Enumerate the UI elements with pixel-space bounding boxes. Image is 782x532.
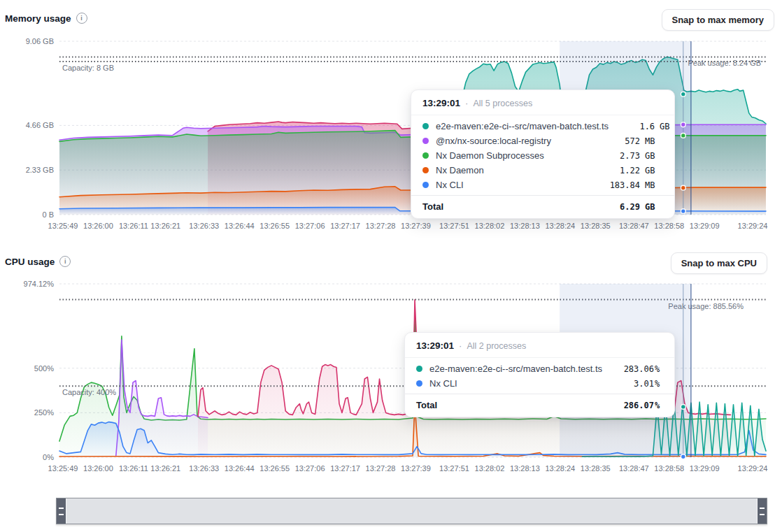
- process-name: Nx CLI: [436, 180, 604, 190]
- svg-text:Peak usage: 8.24 GB: Peak usage: 8.24 GB: [688, 59, 761, 67]
- tooltip-subtitle: All 2 processes: [467, 341, 526, 351]
- y-tick-label: 974.12%: [24, 280, 54, 288]
- series-color-dot: [422, 167, 429, 173]
- x-tick-label: 13:26:11: [119, 464, 148, 473]
- x-tick-label: 13:26:44: [225, 464, 255, 473]
- x-tick-label: 13:27:28: [366, 222, 396, 230]
- y-tick-label: 250%: [34, 408, 54, 417]
- process-name: e2e-maven:e2e-ci--src/maven-batch.test.t…: [429, 364, 618, 374]
- series-color-dot: [422, 152, 429, 159]
- total-value-unit: GB: [645, 202, 663, 212]
- snap-to-max-cpu-button[interactable]: Snap to max CPU: [671, 252, 767, 274]
- process-value-unit: MB: [645, 136, 663, 146]
- x-tick-label: 13:28:24: [545, 464, 575, 473]
- info-icon[interactable]: [76, 13, 87, 24]
- timeline-brush[interactable]: [56, 498, 767, 524]
- x-tick-label: 13:27:39: [401, 222, 431, 230]
- svg-text:Capacity: 8 GB: Capacity: 8 GB: [62, 64, 114, 72]
- x-tick-label: 13:29:09: [690, 464, 720, 473]
- x-tick-label: 13:27:17: [330, 222, 360, 230]
- memory-tooltip: 13:29:01 · All 5 processes e2e-maven:e2e…: [411, 89, 675, 219]
- brush-left-handle[interactable]: [57, 498, 66, 524]
- x-tick-label: 13:26:33: [189, 464, 219, 473]
- process-name: Nx Daemon Subprocesses: [436, 150, 604, 161]
- process-value: 572: [604, 136, 640, 146]
- process-profiler-view: Memory usage Snap to max memory 9.06 GB4…: [0, 0, 782, 532]
- cpu-y-axis: 974.12%500%250%0%: [2, 284, 54, 457]
- process-name: Nx CLI: [429, 378, 618, 389]
- x-tick-label: 13:27:51: [439, 222, 469, 230]
- process-name: Nx Daemon: [436, 165, 604, 175]
- x-tick-label: 13:27:28: [366, 464, 396, 473]
- x-tick-label: 13:28:02: [475, 464, 505, 473]
- svg-text:Capacity: 400%: Capacity: 400%: [62, 388, 116, 396]
- x-tick-label: 13:28:47: [619, 464, 649, 473]
- x-tick-label: 13:26:21: [150, 464, 180, 473]
- series-color-dot: [416, 366, 422, 372]
- drag-grip-icon: [59, 508, 64, 515]
- cpu-tooltip-total: Total 286.07 %: [405, 394, 674, 417]
- series-color-dot: [422, 182, 429, 188]
- x-tick-label: 13:28:47: [619, 222, 649, 230]
- process-value: 2.73: [604, 151, 640, 161]
- tooltip-row: Nx CLI 3.01 %: [405, 376, 674, 391]
- series-color-dot: [422, 123, 429, 129]
- x-tick-label: 13:27:39: [401, 464, 431, 473]
- x-tick-label: 13:28:58: [654, 464, 684, 473]
- x-tick-label: 13:26:55: [260, 222, 290, 230]
- x-tick-label: 13:26:21: [150, 222, 180, 230]
- y-tick-label: 2.33 GB: [26, 166, 54, 174]
- x-tick-label: 13:27:06: [295, 464, 325, 473]
- series-color-dot: [422, 138, 429, 144]
- x-tick-label: 13:28:13: [510, 222, 540, 230]
- x-tick-label: 13:27:17: [330, 464, 360, 473]
- x-tick-label: 13:25:49: [48, 464, 78, 473]
- memory-x-axis: 13:25:4913:26:0013:26:1113:26:2113:26:33…: [59, 222, 766, 233]
- total-label: Total: [422, 201, 604, 212]
- memory-section-header: Memory usage: [5, 13, 87, 24]
- y-tick-label: 0 B: [42, 210, 54, 219]
- process-value: 283.06: [618, 364, 654, 374]
- tooltip-row: Nx Daemon Subprocesses 2.73 GB: [411, 148, 674, 163]
- process-value-unit: GB: [660, 122, 678, 131]
- total-value: 6.29: [604, 202, 640, 212]
- memory-tooltip-rows: e2e-maven:e2e-ci--src/maven-batch.test.t…: [411, 115, 674, 195]
- x-tick-label: 13:25:49: [48, 222, 78, 230]
- process-value: 183.84: [604, 180, 640, 190]
- x-tick-label: 13:26:55: [260, 464, 290, 473]
- cpu-tooltip-rows: e2e-maven:e2e-ci--src/maven-batch.test.t…: [405, 357, 674, 394]
- process-value-unit: %: [655, 364, 663, 374]
- x-tick-label: 13:28:24: [545, 222, 575, 230]
- cpu-chart-title: CPU usage: [5, 257, 55, 267]
- x-tick-label: 13:28:35: [581, 464, 611, 473]
- process-value: 1.22: [604, 166, 640, 175]
- tooltip-row: Nx Daemon 1.22 GB: [411, 163, 674, 178]
- drag-grip-icon: [760, 508, 765, 515]
- y-tick-label: 9.06 GB: [26, 37, 54, 45]
- tooltip-row: Nx CLI 183.84 MB: [411, 178, 674, 192]
- memory-tooltip-total: Total 6.29 GB: [411, 195, 674, 218]
- tooltip-row: e2e-maven:e2e-ci--src/maven-batch.test.t…: [405, 361, 674, 376]
- process-value: 1.6: [618, 122, 655, 131]
- info-icon[interactable]: [59, 256, 71, 267]
- brush-right-handle[interactable]: [757, 498, 767, 524]
- series-color-dot: [416, 380, 422, 387]
- x-tick-label: 13:26:00: [83, 464, 113, 473]
- memory-chart-title: Memory usage: [5, 13, 71, 24]
- x-tick-label: 13:26:44: [225, 222, 255, 230]
- process-value-unit: %: [655, 379, 663, 389]
- x-tick-label: 13:27:51: [439, 464, 469, 473]
- snap-to-max-memory-button[interactable]: Snap to max memory: [662, 9, 775, 31]
- x-tick-label: 13:26:33: [189, 222, 219, 230]
- x-tick-label: 13:27:06: [295, 222, 325, 230]
- x-tick-label: 13:26:11: [119, 222, 148, 230]
- x-tick-label: 13:28:02: [475, 222, 505, 230]
- total-value: 286.07: [618, 401, 654, 410]
- x-tick-label: 13:28:13: [510, 464, 540, 473]
- x-tick-label: 13:28:58: [654, 222, 684, 230]
- process-value: 3.01: [618, 379, 654, 389]
- tooltip-row: e2e-maven:e2e-ci--src/maven-batch.test.t…: [411, 119, 674, 134]
- process-value-unit: MB: [645, 180, 663, 190]
- process-value-unit: GB: [645, 166, 663, 175]
- x-tick-label: 13:28:35: [581, 222, 611, 230]
